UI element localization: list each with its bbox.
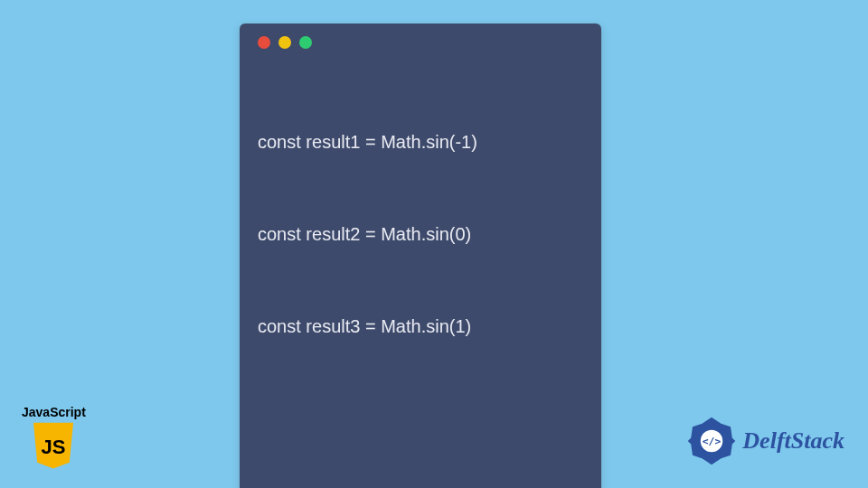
javascript-badge: JavaScript JS: [22, 405, 86, 472]
code-line: const result3 = Math.sin(1): [258, 311, 583, 342]
javascript-shield-icon: JS: [30, 421, 77, 472]
traffic-light-close-icon: [258, 36, 270, 49]
traffic-light-minimize-icon: [278, 36, 291, 49]
code-line: [258, 403, 583, 434]
traffic-light-zoom-icon: [299, 36, 312, 49]
brand: </> DelftStack: [686, 416, 844, 466]
code-block: const result1 = Math.sin(-1) const resul…: [258, 65, 583, 488]
window-traffic-lights: [258, 36, 583, 49]
svg-text:</>: </>: [703, 435, 722, 447]
code-line: const result2 = Math.sin(0): [258, 219, 583, 249]
svg-text:JS: JS: [42, 436, 66, 458]
javascript-label: JavaScript: [22, 405, 86, 419]
brand-name: DelftStack: [742, 427, 844, 455]
brand-logo-icon: </>: [686, 416, 737, 466]
code-line: const result1 = Math.sin(-1): [258, 127, 583, 157]
code-window: const result1 = Math.sin(-1) const resul…: [240, 23, 601, 488]
